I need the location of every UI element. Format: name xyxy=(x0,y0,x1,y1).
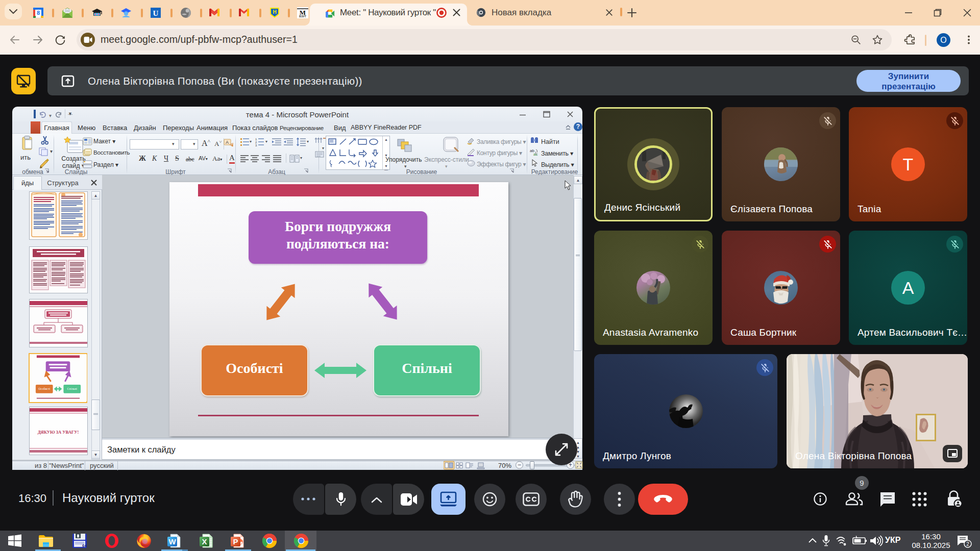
svg-text:W: W xyxy=(168,537,176,546)
svg-text:U: U xyxy=(153,9,159,17)
svg-text:X: X xyxy=(202,537,207,546)
svg-text:A: A xyxy=(226,140,229,145)
svg-text:P: P xyxy=(233,537,238,546)
svg-text:▾: ▾ xyxy=(322,146,324,151)
svg-text:3: 3 xyxy=(255,144,257,146)
svg-text:ВЗУТ: ВЗУТ xyxy=(299,15,307,18)
svg-text:ДЯКУЮ ЗА УВАГУ!: ДЯКУЮ ЗА УВАГУ! xyxy=(38,430,79,435)
svg-text:Особисті: Особисті xyxy=(38,387,50,390)
svg-text:8: 8 xyxy=(37,10,40,16)
svg-text:Н: Н xyxy=(273,9,276,15)
svg-text:64: 64 xyxy=(82,543,87,548)
svg-text:2: 2 xyxy=(966,541,969,547)
svg-text:Спільні: Спільні xyxy=(67,387,77,390)
